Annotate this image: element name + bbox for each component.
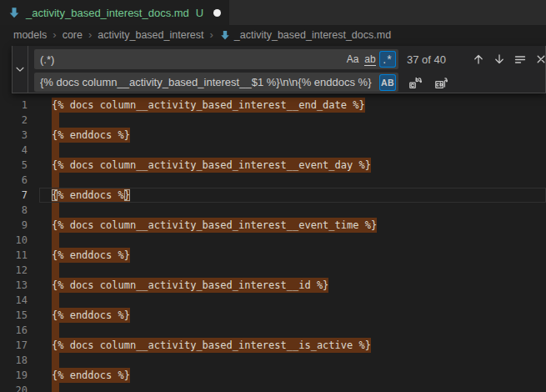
find-results-count: 37 of 40	[407, 53, 458, 66]
preserve-case-label: AB	[381, 78, 394, 88]
find-match-highlight-empty	[52, 113, 59, 128]
toggle-replace-button[interactable]	[13, 46, 28, 93]
line-content: {% enddocs %}	[39, 248, 130, 263]
line-content: {% enddocs %}	[39, 128, 130, 143]
git-status-badge: U	[196, 7, 203, 19]
replace-row: {% docs column__activity_based_interest_…	[34, 73, 546, 92]
code-line[interactable]: 16	[0, 323, 546, 338]
find-match-highlight: {% enddocs %}	[52, 308, 130, 323]
line-number: 10	[0, 233, 39, 248]
replace-all-button[interactable]	[432, 73, 450, 92]
match-case-toggle[interactable]: Aa	[344, 51, 361, 68]
code-line[interactable]: 19{% enddocs %}	[0, 368, 546, 383]
line-number: 12	[0, 263, 39, 278]
find-match-highlight: {% enddocs %}	[52, 248, 130, 263]
code-line[interactable]: 14	[0, 293, 546, 308]
line-content: {% docs column__activity_based_interest_…	[39, 98, 365, 113]
find-match-highlight: {% enddocs %}	[52, 128, 130, 143]
code-line[interactable]: 2	[0, 113, 546, 128]
code-area[interactable]: 1{% docs column__activity_based_interest…	[0, 98, 546, 392]
replace-input[interactable]: {% docs column__activity_based_interest_…	[34, 73, 398, 92]
find-match-highlight: {% docs column__activity_based_interest_…	[52, 158, 371, 173]
code-line[interactable]: 18	[0, 353, 546, 368]
find-match-highlight-empty	[52, 263, 59, 278]
code-line[interactable]: 3{% enddocs %}	[0, 128, 546, 143]
breadcrumb-item[interactable]: models	[13, 29, 47, 41]
find-match-highlight-empty	[52, 143, 59, 158]
find-match-highlight-empty	[52, 323, 59, 338]
close-find-button[interactable]	[532, 50, 546, 68]
line-number: 14	[0, 293, 39, 308]
find-in-selection-button[interactable]	[511, 50, 529, 68]
find-match-highlight-empty	[52, 233, 59, 248]
replace-button[interactable]	[406, 73, 424, 92]
code-line[interactable]: 1{% docs column__activity_based_interest…	[0, 98, 546, 113]
line-number: 9	[0, 218, 39, 233]
chevron-down-icon	[14, 63, 26, 75]
selection-icon	[513, 53, 527, 66]
code-line[interactable]: 12	[0, 263, 546, 278]
breadcrumb-separator: ›	[53, 28, 56, 41]
regex-label: .*	[383, 53, 392, 66]
replace-all-icon	[434, 76, 448, 89]
code-line[interactable]: 6	[0, 173, 546, 188]
line-content: {% enddocs %}	[39, 188, 130, 203]
line-content	[39, 113, 59, 128]
line-number: 7	[0, 188, 39, 203]
whole-word-toggle[interactable]: ab	[362, 51, 378, 68]
find-match-highlight-empty	[52, 173, 59, 188]
line-number: 8	[0, 203, 39, 218]
markdown-file-icon	[8, 6, 21, 19]
breadcrumb: models › core › activity_based_interest …	[0, 25, 546, 44]
find-match-highlight: {% docs column__activity_based_interest_…	[52, 278, 328, 293]
line-content: {% enddocs %}	[39, 368, 130, 383]
line-number: 5	[0, 158, 39, 173]
next-match-button[interactable]	[490, 50, 508, 68]
line-content	[39, 293, 59, 308]
breadcrumb-item[interactable]: activity_based_interest	[98, 29, 203, 41]
line-number: 13	[0, 278, 39, 293]
code-line[interactable]: 17{% docs column__activity_based_interes…	[0, 338, 546, 353]
line-number: 11	[0, 248, 39, 263]
code-line[interactable]: 11{% enddocs %}	[0, 248, 546, 263]
code-line[interactable]: 7{% enddocs %}	[0, 188, 546, 203]
line-content	[39, 143, 59, 158]
tab-active-file[interactable]: _activity_based_interest_docs.md U	[0, 0, 229, 25]
breadcrumb-file-label: _activity_based_interest_docs.md	[234, 29, 391, 41]
code-line[interactable]: 8	[0, 203, 546, 218]
line-content	[39, 233, 59, 248]
find-input-value[interactable]: (.*)	[40, 53, 343, 66]
line-number: 3	[0, 128, 39, 143]
code-line[interactable]: 10	[0, 233, 546, 248]
breadcrumb-item-file[interactable]: _activity_based_interest_docs.md	[219, 29, 391, 41]
code-line[interactable]: 13{% docs column__activity_based_interes…	[0, 278, 546, 293]
line-number: 15	[0, 308, 39, 323]
regex-toggle[interactable]: .*	[379, 51, 396, 68]
find-widget: (.*) Aa ab .* 37 of 40	[12, 46, 546, 93]
line-content	[39, 173, 59, 188]
previous-match-button[interactable]	[469, 50, 488, 68]
bracket-match: {	[52, 189, 58, 201]
line-number: 18	[0, 353, 39, 368]
code-line[interactable]: 4	[0, 143, 546, 158]
find-match-highlight: {% docs column__activity_based_interest_…	[52, 218, 377, 233]
line-number: 1	[0, 98, 39, 113]
markdown-file-icon	[219, 29, 231, 41]
preserve-case-toggle[interactable]: AB	[379, 74, 396, 91]
find-input[interactable]: (.*) Aa ab .*	[34, 49, 398, 69]
code-line[interactable]: 15{% enddocs %}	[0, 308, 546, 323]
line-content: {% docs column__activity_based_interest_…	[39, 338, 371, 353]
breadcrumb-item[interactable]: core	[63, 29, 83, 41]
match-case-label: Aa	[347, 53, 359, 65]
editor-pane[interactable]: 1{% docs column__activity_based_interest…	[0, 44, 546, 392]
line-content	[39, 203, 59, 218]
modified-dot[interactable]	[213, 9, 221, 17]
find-match-highlight-empty	[52, 383, 59, 392]
replace-input-value[interactable]: {% docs column__activity_based_interest_…	[40, 76, 378, 88]
code-line[interactable]: 9{% docs column__activity_based_interest…	[0, 218, 546, 233]
find-match-highlight: {% enddocs %}	[52, 368, 130, 383]
code-line[interactable]: 5{% docs column__activity_based_interest…	[0, 158, 546, 173]
code-line[interactable]: 20	[0, 383, 546, 392]
line-content: {% docs column__activity_based_interest_…	[39, 278, 328, 293]
arrow-down-icon	[493, 53, 506, 66]
